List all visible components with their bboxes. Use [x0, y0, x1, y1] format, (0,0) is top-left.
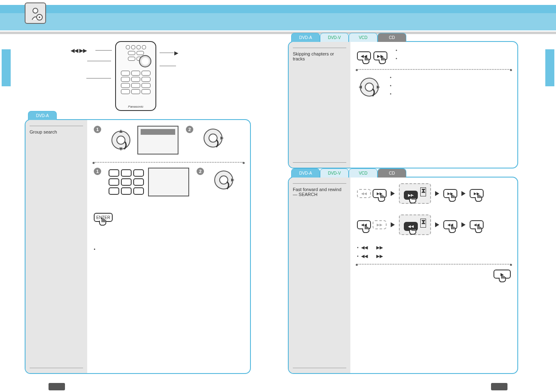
ff-ghost-prev: ◀◀	[357, 189, 371, 198]
page-number-left	[49, 383, 65, 390]
skip-tab-2: DVD-V	[320, 33, 349, 42]
step-1-badge: 1	[94, 126, 101, 133]
tab-dvd-a: DVD-A	[28, 111, 57, 120]
panel-skip: DVD-A DVD-V VCD CD Skipping chapters or …	[288, 41, 518, 168]
panel-group-search: DVD-A Group search 1	[25, 119, 251, 374]
dotted-sep-skip	[357, 69, 511, 70]
svg-point-14	[365, 83, 373, 91]
skip-tab-4: CD	[378, 33, 406, 42]
group-note-bullet: •	[94, 247, 243, 251]
svg-point-11	[220, 176, 228, 184]
header-bar-inner	[0, 13, 556, 30]
ff-bullet-1: ◀◀ ▶▶	[357, 245, 511, 250]
svg-point-0	[33, 8, 38, 13]
skip-tab-3: VCD	[349, 33, 378, 42]
skip-side-title: Skipping chapters or tracks	[293, 51, 346, 61]
joystick-left-right-icon	[357, 75, 382, 99]
skip-bullet-5	[390, 91, 511, 96]
mini-screen-1	[137, 126, 178, 154]
ff-bullet-2: ◀◀ ▶▶	[357, 254, 511, 259]
play-glyph-label: ▶	[174, 50, 178, 56]
joystick-enter-icon	[201, 126, 225, 150]
manual-icon	[25, 2, 46, 24]
skip-prev-button: ◀◀	[357, 51, 371, 60]
remote-brand-label: Panasonic	[116, 105, 155, 108]
ff-rewind-sequence: ◀◀ ▶▶ ◀◀ ◀◀ ◀◀	[357, 214, 511, 235]
ff-forward-sequence: ◀◀ ▶▶ ▶▶ ▶▶ ▶▶	[357, 183, 511, 204]
hourglass-icon-2	[420, 219, 426, 228]
resume-play-button: ▶	[493, 270, 511, 279]
ff-tab-4: CD	[378, 168, 406, 178]
skip-next-button: ▶▶	[373, 51, 387, 60]
enter-button-illustration: ENTER	[94, 213, 113, 222]
panel-group-side-title: Group search	[30, 129, 83, 134]
lead-line-1	[95, 50, 112, 51]
page-number-right	[491, 383, 507, 390]
rw-ghost-next: ▶▶	[373, 220, 387, 229]
ff-tab-2: DVD-V	[320, 168, 349, 178]
dotted-sep-1	[94, 162, 243, 163]
lead-line-5	[86, 78, 111, 78]
ff-side: Fast forward and rewind — SEARCH	[289, 178, 350, 373]
panel-ffrew: DVD-A DVD-V VCD CD Fast forward and rewi…	[288, 177, 518, 374]
skip-tab-1: DVD-A	[291, 33, 320, 42]
step-2b-badge: 2	[197, 168, 204, 175]
skip-bullet-1	[396, 48, 511, 53]
lead-line-4	[160, 66, 176, 66]
lead-line-3	[87, 61, 111, 61]
skip-bullet-4	[390, 83, 511, 88]
svg-point-4	[117, 136, 125, 144]
skip-side: Skipping chapters or tracks	[289, 42, 350, 168]
edge-tab-left	[2, 49, 11, 86]
keypad-icon	[109, 169, 144, 195]
skip-main: ◀◀ ▶▶	[350, 42, 517, 168]
svg-point-8	[209, 134, 217, 142]
step-2-badge: 2	[186, 126, 193, 133]
skip-bullet-3	[390, 75, 511, 80]
ff-tab-1: DVD-A	[291, 168, 320, 178]
hourglass-icon-1	[420, 187, 426, 196]
edge-tab-right	[545, 49, 554, 86]
remote-illustration: Panasonic	[111, 41, 160, 115]
panel-group-side: Group search	[25, 120, 87, 373]
joystick-up-down-icon	[109, 128, 133, 152]
step-1b-badge: 1	[94, 168, 101, 175]
remote-keypad	[121, 71, 151, 94]
ff-main: ◀◀ ▶▶ ▶▶ ▶▶ ▶▶ ◀◀ ▶▶ ◀◀	[350, 178, 517, 373]
svg-point-2	[39, 16, 40, 18]
joystick-enter-icon-2	[211, 168, 236, 192]
header-divider	[0, 32, 556, 34]
ff-tab-3: VCD	[349, 168, 378, 178]
lead-line-2	[160, 53, 174, 53]
mini-screen-2	[148, 168, 189, 196]
header-bar	[0, 5, 556, 30]
hand-press-icon	[98, 216, 109, 228]
prev-next-glyph-label: ◀◀ ▶▶	[71, 48, 87, 53]
panel-group-main: 1	[87, 120, 250, 373]
ff-side-title: Fast forward and rewind — SEARCH	[293, 187, 346, 197]
dotted-sep-ff	[357, 264, 511, 265]
skip-bullet-2	[396, 56, 511, 61]
remote-joystick	[139, 55, 151, 67]
